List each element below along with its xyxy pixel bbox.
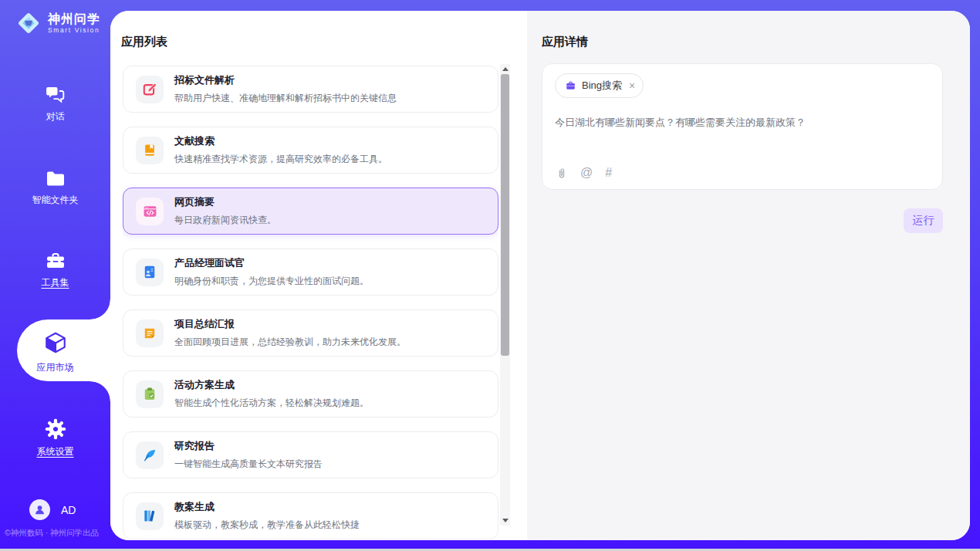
tool-chip-bing-search[interactable]: Bing搜索 × xyxy=(555,73,644,98)
app-card-title: 教案生成 xyxy=(174,500,360,514)
app-card-title: 项目总结汇报 xyxy=(174,317,406,331)
scroll-up-arrow[interactable] xyxy=(500,64,510,74)
chat-icon xyxy=(45,85,66,105)
sidebar-item-toolset[interactable]: 工具集 xyxy=(0,252,110,289)
tool-chip-label: Bing搜索 xyxy=(582,79,622,93)
topic-icon[interactable]: # xyxy=(605,166,612,180)
document-edit-icon xyxy=(136,76,164,103)
user-initials: AD xyxy=(61,504,76,516)
app-card-list: 招标文件解析 帮助用户快速、准确地理解和解析招标书中的关键信息 文献搜索 快速精… xyxy=(123,66,498,540)
app-card-title: 招标文件解析 xyxy=(174,73,397,87)
sidebar-item-label: 工具集 xyxy=(42,276,69,289)
folder-icon xyxy=(45,170,66,188)
copyright-footer: ©神州数码 · 神州问学出品 xyxy=(5,528,110,539)
sidebar-item-chat[interactable]: 对话 xyxy=(0,85,110,123)
avatar[interactable] xyxy=(29,499,50,520)
brand-diamond-icon xyxy=(14,8,43,38)
app-card-bid-document-parsing[interactable]: 招标文件解析 帮助用户快速、准确地理解和解析招标书中的关键信息 xyxy=(123,66,498,113)
app-card-desc: 帮助用户快速、准确地理解和解析招标书中的关键信息 xyxy=(174,92,397,105)
app-card-title: 文献搜索 xyxy=(174,134,387,148)
app-card-event-plan-generator[interactable]: 活动方案生成 智能生成个性化活动方案，轻松解决规划难题。 xyxy=(123,370,498,417)
app-card-desc: 每日政府新闻资讯快查。 xyxy=(174,214,276,227)
app-card-desc: 智能生成个性化活动方案，轻松解决规划难题。 xyxy=(174,397,369,410)
app-card-literature-search[interactable]: 文献搜索 快速精准查找学术资源，提高研究效率的必备工具。 xyxy=(123,127,498,174)
sidebar-item-label: 智能文件夹 xyxy=(32,194,79,207)
prompt-input[interactable]: 今日湖北有哪些新闻要点？有哪些需要关注的最新政策？ xyxy=(555,116,930,130)
app-card-title: 研究报告 xyxy=(174,439,323,453)
user-account[interactable]: AD xyxy=(29,499,76,520)
brand-name: 神州问学 xyxy=(48,12,100,26)
app-card-title: 活动方案生成 xyxy=(174,378,369,392)
app-card-lesson-plan-generator[interactable]: 教案生成 模板驱动，教案秒成，教学准备从此轻松快捷 xyxy=(123,492,498,539)
cube-icon xyxy=(43,330,68,356)
interviewer-icon xyxy=(136,259,164,286)
sidebar-item-app-market[interactable]: 应用市场 xyxy=(0,330,110,374)
run-button[interactable]: 运行 xyxy=(904,208,943,233)
toolbox-icon xyxy=(45,252,66,271)
briefcase-icon xyxy=(565,80,576,91)
sidebar: 神州问学 Smart Vision 对话 智能文件夹 xyxy=(0,0,110,551)
app-detail-title: 应用详情 xyxy=(542,35,588,49)
prompt-composer: Bing搜索 × 今日湖北有哪些新闻要点？有哪些需要关注的最新政策？ @ # xyxy=(542,63,943,190)
app-card-title: 产品经理面试官 xyxy=(174,256,369,270)
memo-icon xyxy=(136,319,164,347)
app-card-desc: 模板驱动，教案秒成，教学准备从此轻松快捷 xyxy=(174,519,360,532)
clipboard-check-icon xyxy=(136,380,164,408)
app-card-desc: 一键智能生成高质量长文本研究报告 xyxy=(174,458,323,471)
main-panel: 应用列表 招标文件解析 帮助用户快速、准确地理解和解析招标书中的关键信息 xyxy=(110,11,970,540)
brand-subtitle: Smart Vision xyxy=(48,26,100,34)
mention-icon[interactable]: @ xyxy=(580,166,593,180)
app-card-project-summary[interactable]: 项目总结汇报 全面回顾项目进展，总结经验教训，助力未来优化发展。 xyxy=(123,309,498,357)
books-icon xyxy=(136,502,164,530)
composer-toolbar: @ # xyxy=(556,166,612,180)
gear-icon xyxy=(45,418,66,440)
app-logo: 神州问学 Smart Vision xyxy=(14,8,100,38)
app-card-title: 网页摘要 xyxy=(174,195,276,209)
app-card-desc: 明确身份和职责，为您提供专业性的面试问题。 xyxy=(174,275,369,288)
app-card-pm-interviewer[interactable]: 产品经理面试官 明确身份和职责，为您提供专业性的面试问题。 xyxy=(123,248,498,296)
app-card-desc: 快速精准查找学术资源，提高研究效率的必备工具。 xyxy=(174,153,387,166)
sidebar-item-label: 系统设置 xyxy=(37,445,74,458)
app-list-panel: 应用列表 招标文件解析 帮助用户快速、准确地理解和解析招标书中的关键信息 xyxy=(110,11,527,540)
quill-icon xyxy=(136,441,164,469)
app-list-title: 应用列表 xyxy=(121,35,167,49)
webpage-code-icon xyxy=(136,198,164,225)
sidebar-item-smart-folder[interactable]: 智能文件夹 xyxy=(0,170,110,207)
sidebar-item-settings[interactable]: 系统设置 xyxy=(0,418,110,458)
scrollbar-thumb[interactable] xyxy=(501,74,509,356)
app-card-desc: 全面回顾项目进展，总结经验教训，助力未来优化发展。 xyxy=(174,336,406,349)
sidebar-item-label: 应用市场 xyxy=(37,361,74,374)
app-detail-panel: 应用详情 Bing搜索 × 今日湖北有哪些新闻要点？有哪些需要关注的最新政策？ xyxy=(527,11,970,540)
app-card-webpage-summary[interactable]: 网页摘要 每日政府新闻资讯快查。 xyxy=(123,188,498,235)
sidebar-item-label: 对话 xyxy=(46,110,65,123)
book-icon xyxy=(136,137,164,164)
chip-close-icon[interactable]: × xyxy=(629,80,635,91)
scroll-down-arrow[interactable] xyxy=(500,516,510,526)
app-card-research-report[interactable]: 研究报告 一键智能生成高质量长文本研究报告 xyxy=(123,431,498,478)
list-scrollbar[interactable] xyxy=(500,64,510,526)
attachment-icon[interactable] xyxy=(556,167,568,180)
